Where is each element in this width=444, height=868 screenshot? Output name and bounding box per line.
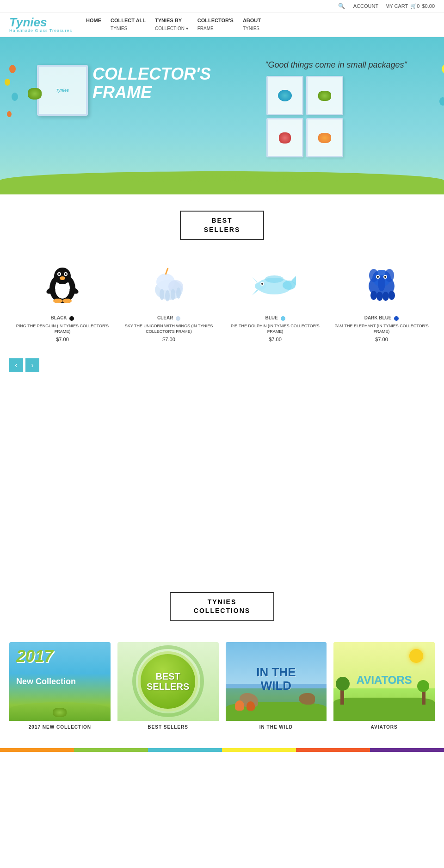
best-sellers-title-line2: SELLERS <box>204 225 240 235</box>
svg-point-38 <box>370 291 377 300</box>
collections-title-line1: TYNIES <box>194 598 250 607</box>
product-color-penguin: BLACK <box>14 315 111 320</box>
collections-title-wrapper: TYNIES COLLECTIONS <box>0 592 444 621</box>
bottom-color-bar <box>0 748 444 752</box>
nav-links: HOME COLLECT ALL TYNIES TYNIES BY COLLEC… <box>86 17 270 32</box>
nav-tynies-by[interactable]: TYNIES BY COLLECTION ▾ <box>155 17 188 32</box>
nav-home[interactable]: HOME <box>86 17 101 24</box>
product-name-unicorn: SKY THE UNICORN WITH WINGS (IN TYNIES CO… <box>120 323 217 335</box>
color-dot-elephant <box>394 316 399 321</box>
svg-point-37 <box>384 276 386 278</box>
collection-wild-text: IN THE WILD <box>256 666 296 692</box>
nav-collectors[interactable]: COLLECTOR'S FRAME <box>197 17 234 32</box>
svg-point-6 <box>65 273 67 275</box>
hero-title: COLLECTOR'S FRAME <box>92 65 211 101</box>
svg-point-27 <box>261 283 263 285</box>
collection-2017-big-text: 2017 <box>16 649 53 664</box>
cart-label: MY CART <box>385 3 408 9</box>
cart-total: $0.00 <box>422 3 435 9</box>
bar-seg-2 <box>74 748 148 752</box>
next-arrow[interactable]: › <box>25 358 39 372</box>
svg-point-33 <box>378 276 385 291</box>
collection-label-wild: IN THE WILD <box>226 724 327 730</box>
svg-line-15 <box>166 268 168 275</box>
collection-aviators-text: AVIATORS <box>357 674 412 687</box>
bar-seg-3 <box>148 748 222 752</box>
nav-about-link[interactable]: ABOUT <box>243 17 261 24</box>
bar-seg-1 <box>0 748 74 752</box>
collection-img-2017: 2017 New Collection <box>9 642 111 721</box>
nav-collection-sub: COLLECTION ▾ <box>155 26 188 31</box>
top-bar: 🔍 ACCOUNT MY CART 🛒 0 $0.00 <box>0 0 444 12</box>
collections-title-box: TYNIES COLLECTIONS <box>170 592 274 621</box>
collection-label-bestsellers: BEST SELLERS <box>117 724 219 730</box>
svg-point-16 <box>160 289 164 300</box>
collection-card-aviators[interactable]: AVIATORS AVIATORS <box>333 642 435 730</box>
svg-point-5 <box>58 273 60 275</box>
search-icon[interactable]: 🔍 <box>338 3 345 9</box>
collection-card-2017[interactable]: 2017 New Collection 2017 NEW COLLECTION <box>9 642 111 730</box>
svg-point-14 <box>168 280 183 293</box>
color-dot-penguin <box>69 316 74 321</box>
penguin-svg <box>44 263 81 305</box>
nav-home-link[interactable]: HOME <box>86 17 101 24</box>
svg-point-28 <box>265 275 284 283</box>
products-row: BLACK PING THE PENGUIN (IN TYNIES COLLEC… <box>0 251 444 356</box>
hero-quote: "Good things come in small packages" <box>265 60 407 70</box>
prev-arrow[interactable]: ‹ <box>9 358 23 372</box>
product-color-elephant: DARK BLUE <box>333 315 430 320</box>
svg-point-41 <box>388 291 395 300</box>
best-sellers-title-line1: BEST <box>204 216 240 225</box>
unicorn-svg <box>148 264 190 304</box>
product-price-dolphin: $7.00 <box>227 337 324 342</box>
hero-right-area: "Good things come in small packages" <box>265 56 407 159</box>
collection-label-2017: 2017 NEW COLLECTION <box>9 724 111 730</box>
nav-about-tynies-sub: TYNIES <box>243 26 259 31</box>
best-sellers-title-box: BEST SELLERS <box>180 211 265 240</box>
product-price-elephant: $7.00 <box>333 337 430 342</box>
product-card-dolphin[interactable]: BLUE PIE THE DOLPHIN (IN TYNIES COLLECTO… <box>222 251 328 347</box>
svg-point-10 <box>53 299 62 303</box>
nav-collect-all-sub: TYNIES <box>111 26 127 31</box>
main-nav: Tynies Handmade Glass Treasures HOME COL… <box>0 12 444 37</box>
nav-about[interactable]: ABOUT TYNIES <box>243 17 261 32</box>
product-card-penguin[interactable]: BLACK PING THE PENGUIN (IN TYNIES COLLEC… <box>9 251 116 347</box>
nav-collectors-link[interactable]: COLLECTOR'S <box>197 17 234 24</box>
collection-img-wild: IN THE WILD <box>226 642 327 721</box>
hero-banner: Tynies COLLECTOR'S FRAME "Good things co… <box>0 37 444 194</box>
collections-grid: 2017 New Collection 2017 NEW COLLECTION … <box>0 633 444 734</box>
bar-seg-4 <box>222 748 296 752</box>
product-card-elephant[interactable]: DARK BLUE PAM THE ELEPHANT (IN TYNIES CO… <box>328 251 435 347</box>
color-dot-unicorn <box>176 316 180 321</box>
hero-subtitle: CREATE YOUR WORLD OF TYNIES <box>0 173 444 185</box>
account-link[interactable]: ACCOUNT <box>353 3 378 9</box>
svg-point-18 <box>171 289 175 300</box>
svg-point-2 <box>54 268 71 284</box>
hero-frame-product: Tynies <box>37 65 88 116</box>
nav-tynies-by-link[interactable]: TYNIES BY <box>155 17 188 24</box>
nav-collect-all[interactable]: COLLECT ALL TYNIES <box>111 17 146 32</box>
nav-collect-all-link[interactable]: COLLECT ALL <box>111 17 146 24</box>
product-price-unicorn: $7.00 <box>120 337 217 342</box>
svg-point-19 <box>176 287 181 299</box>
product-color-unicorn: CLEAR <box>120 315 217 320</box>
product-name-dolphin: PIE THE DOLPHIN (IN TYNIES COLLECTOR'S F… <box>227 323 324 335</box>
product-color-dolphin: BLUE <box>227 315 324 320</box>
best-sellers-section: BEST SELLERS <box>0 211 444 240</box>
logo-sub: Handmade Glass Treasures <box>9 28 72 33</box>
bar-seg-6 <box>370 748 444 752</box>
svg-point-7 <box>60 276 65 280</box>
svg-point-39 <box>376 292 383 301</box>
product-img-unicorn <box>120 256 217 312</box>
collection-2017-sub-text: New Collection <box>16 677 76 687</box>
cart-count: 0 <box>417 3 419 9</box>
spacer-area <box>0 381 444 567</box>
collection-card-wild[interactable]: IN THE WILD IN THE WILD <box>226 642 327 730</box>
cart-icon: 🛒 <box>410 3 417 9</box>
collection-card-bestsellers[interactable]: BEST SELLERS BEST SELLERS <box>117 642 219 730</box>
color-dot-dolphin <box>281 316 285 321</box>
product-img-elephant <box>333 256 430 312</box>
logo[interactable]: Tynies Handmade Glass Treasures <box>9 16 72 33</box>
bar-seg-5 <box>296 748 370 752</box>
product-card-unicorn[interactable]: CLEAR SKY THE UNICORN WITH WINGS (IN TYN… <box>116 251 222 347</box>
